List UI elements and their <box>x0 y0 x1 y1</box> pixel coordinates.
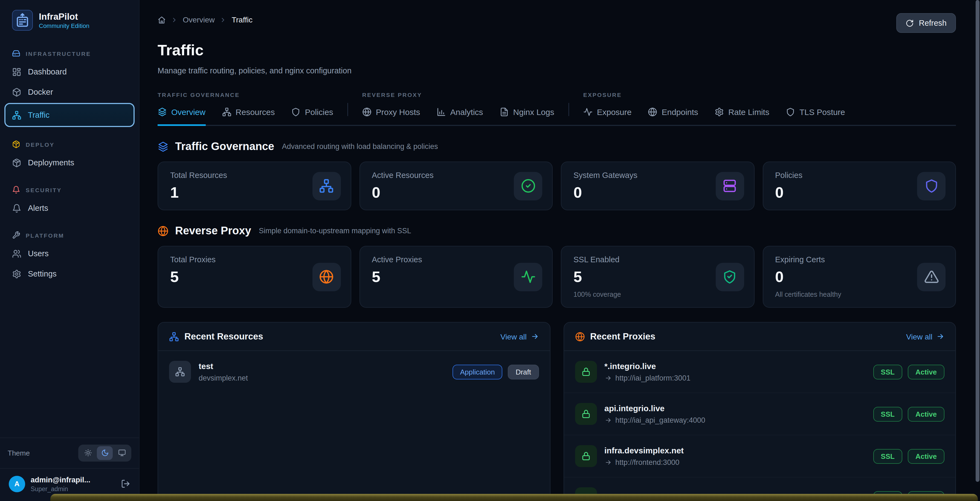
sidebar-footer: Theme A admin@infrapil... Super_admin <box>0 437 139 501</box>
tab-group-label: TRAFFIC GOVERNANCE <box>158 91 333 98</box>
sidebar-item-alerts[interactable]: Alerts <box>5 198 134 218</box>
proxy-row[interactable]: *.integrio.live http://iai_platform:3001… <box>564 351 955 393</box>
sidebar-item-settings[interactable]: Settings <box>5 264 134 284</box>
recent-resources-panel: Recent Resources View all test devsimple… <box>158 322 550 501</box>
tab-exposure[interactable]: Exposure <box>583 107 632 126</box>
network-icon <box>12 110 21 120</box>
tab-analytics[interactable]: Analytics <box>437 107 483 126</box>
check-circle-icon <box>521 179 535 193</box>
layers-icon <box>158 107 167 116</box>
theme-dark-button[interactable] <box>97 446 113 460</box>
sidebar-item-docker[interactable]: Docker <box>5 82 134 102</box>
shield-icon <box>924 179 939 193</box>
recent-proxies-panel: Recent Proxies View all *.integrio.live <box>563 322 956 501</box>
shield-icon <box>291 107 301 116</box>
tab-group-divider <box>347 103 348 116</box>
hard-drive-icon <box>12 49 20 57</box>
section-subtitle: Simple domain-to-upstream mapping with S… <box>259 227 411 235</box>
network-icon <box>169 332 179 341</box>
sidebar-item-deployments[interactable]: Deployments <box>5 153 134 172</box>
network-icon <box>175 367 185 377</box>
proxy-upstream: http://frontend:3000 <box>605 458 684 466</box>
lock-icon-chip <box>575 445 597 467</box>
tab-group-label: REVERSE PROXY <box>362 91 554 98</box>
package-icon <box>12 140 20 148</box>
resource-type-badge: Application <box>452 364 502 379</box>
globe-icon <box>575 332 585 341</box>
tab-tls-posture[interactable]: TLS Posture <box>786 107 845 126</box>
sidebar-item-users[interactable]: Users <box>5 244 134 263</box>
proxy-row[interactable]: infra.devsimplex.net http://frontend:300… <box>564 435 955 477</box>
theme-toggle <box>78 445 131 461</box>
package-icon <box>12 158 21 167</box>
user-email: admin@infrapil... <box>31 476 90 485</box>
resource-status-badge: Draft <box>508 364 539 379</box>
active-badge: Active <box>908 364 945 379</box>
file-text-icon <box>500 107 509 116</box>
gear-icon <box>714 107 724 116</box>
theme-label: Theme <box>8 449 78 457</box>
tab-rate-limits[interactable]: Rate Limits <box>714 107 769 126</box>
recent-proxies-header: Recent Proxies View all <box>564 322 955 351</box>
scrollbar-thumb[interactable] <box>975 0 980 482</box>
server-upload-icon <box>12 10 33 31</box>
shield-check-icon <box>722 270 737 284</box>
refresh-button[interactable]: Refresh <box>896 13 956 33</box>
refresh-icon <box>905 19 914 27</box>
stat-card-expiring-certs: Expiring Certs 0 All certificates health… <box>762 246 956 308</box>
tab-policies[interactable]: Policies <box>291 107 333 126</box>
main-content: Overview Traffic Refresh Traffic Manage … <box>140 0 980 501</box>
lock-icon-chip <box>575 403 597 425</box>
moon-icon <box>101 449 109 457</box>
recent-resources-header: Recent Resources View all <box>158 322 550 351</box>
tab-nginx-logs[interactable]: Nginx Logs <box>500 107 554 126</box>
stat-card-active-resources: Active Resources 0 <box>359 161 553 210</box>
panel-title: Recent Resources <box>185 331 495 341</box>
background-window-edge <box>50 494 978 501</box>
box-icon <box>12 87 21 97</box>
proxy-domain: *.integrio.live <box>605 361 690 371</box>
view-all-resources-link[interactable]: View all <box>500 332 539 341</box>
resource-row[interactable]: test devsimplex.net Application Draft <box>158 351 550 393</box>
tab-group-label: EXPOSURE <box>583 91 845 98</box>
resource-name: test <box>199 361 248 371</box>
sidebar-section-platform: PLATFORM <box>12 231 127 239</box>
view-all-proxies-link[interactable]: View all <box>906 332 945 341</box>
breadcrumb-overview[interactable]: Overview <box>183 15 215 24</box>
theme-system-button[interactable] <box>114 446 130 460</box>
dashboard-icon <box>12 67 21 77</box>
users-icon <box>12 249 21 258</box>
lock-icon <box>581 367 591 377</box>
tab-bar: TRAFFIC GOVERNANCE Overview Resources Po… <box>158 91 956 126</box>
sidebar-item-traffic[interactable]: Traffic <box>5 103 135 127</box>
stat-card-total-resources: Total Resources 1 <box>158 161 351 210</box>
arrow-right-icon <box>936 332 945 341</box>
app-logo: InfraPilot Community Edition <box>0 0 139 36</box>
stat-card-ssl-enabled: SSL Enabled 5 100% coverage <box>561 246 754 308</box>
tab-overview[interactable]: Overview <box>158 107 205 126</box>
section-reverse-proxy-header: Reverse Proxy Simple domain-to-upstream … <box>158 225 956 237</box>
home-icon[interactable] <box>158 16 166 24</box>
sidebar-section-deploy: DEPLOY <box>12 140 127 148</box>
breadcrumb-current: Traffic <box>232 15 253 24</box>
lock-icon <box>581 451 591 461</box>
stat-card-total-proxies: Total Proxies 5 <box>158 246 351 308</box>
logout-icon[interactable] <box>121 479 130 489</box>
tab-resources[interactable]: Resources <box>222 107 275 126</box>
sidebar-item-dashboard[interactable]: Dashboard <box>5 62 134 81</box>
sidebar: InfraPilot Community Edition INFRASTRUCT… <box>0 0 140 501</box>
server-icon <box>722 179 737 193</box>
page-subtitle: Manage traffic routing, policies, and ng… <box>158 66 956 75</box>
proxy-row[interactable]: api.integrio.live http://iai_api_gateway… <box>564 393 955 435</box>
tab-endpoints[interactable]: Endpoints <box>648 107 698 126</box>
active-badge: Active <box>908 407 945 421</box>
globe-icon <box>319 270 334 284</box>
bell-icon <box>12 203 21 213</box>
tab-proxy-hosts[interactable]: Proxy Hosts <box>362 107 420 126</box>
card-subtext: 100% coverage <box>573 291 742 298</box>
app-window: InfraPilot Community Edition INFRASTRUCT… <box>0 0 980 501</box>
theme-light-button[interactable] <box>80 446 96 460</box>
activity-icon <box>521 270 535 284</box>
stat-card-system-gateways: System Gateways 0 <box>561 161 754 210</box>
network-icon <box>222 107 231 116</box>
